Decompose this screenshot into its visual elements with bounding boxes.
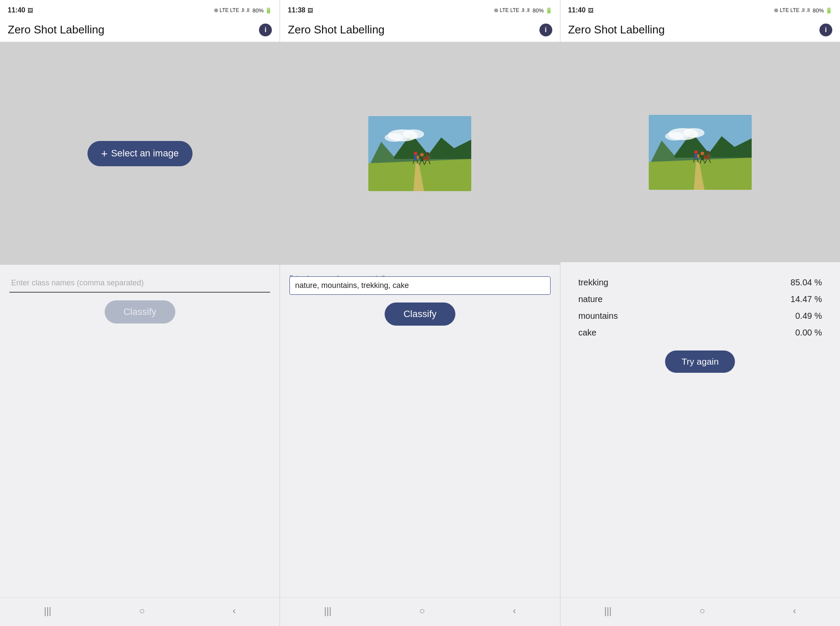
svg-point-4: [385, 133, 403, 142]
phone-screen-3: 11:40 🖼 ⊛ LTE LTE .ll .ll 80% 🔋 Zero Sho…: [560, 0, 840, 626]
bottom-area-1: Classify: [0, 265, 280, 328]
select-image-label: Select an image: [111, 148, 179, 159]
svg-point-41: [706, 151, 710, 154]
plus-icon: +: [101, 147, 108, 160]
svg-point-8: [414, 152, 417, 155]
info-button-1[interactable]: i: [259, 24, 272, 36]
nav-home-icon-3[interactable]: ○: [699, 605, 705, 617]
nav-menu-icon-2[interactable]: |||: [324, 605, 331, 617]
status-bar-1: 11:40 🖼 ⊛ LTE LTE .ll .ll 80% 🔋: [0, 0, 280, 19]
result-label-2: mountains: [578, 311, 618, 321]
status-left-2: 11:38 🖼: [288, 6, 313, 14]
status-left-3: 11:40 🖼: [568, 6, 593, 14]
nav-home-icon-1[interactable]: ○: [139, 605, 145, 617]
phones-container: 11:40 🖼 ⊛ LTE LTE .ll .ll 80% 🔋 Zero Sho…: [0, 0, 840, 626]
status-time-1: 11:40: [8, 6, 25, 14]
svg-point-27: [665, 132, 684, 141]
hiking-image-2: [368, 116, 471, 191]
phone-screen-1: 11:40 🖼 ⊛ LTE LTE .ll .ll 80% 🔋 Zero Sho…: [0, 0, 280, 626]
class-names-input-1[interactable]: [9, 274, 270, 293]
image-area-2: [280, 42, 560, 265]
nav-back-icon-2[interactable]: ‹: [513, 605, 516, 617]
try-again-label: Try again: [681, 356, 719, 366]
svg-rect-9: [414, 155, 417, 160]
svg-point-31: [694, 150, 698, 154]
result-row-3: cake 0.00 %: [578, 326, 822, 339]
svg-point-13: [420, 153, 424, 156]
svg-rect-35: [697, 154, 699, 158]
status-time-3: 11:40: [568, 6, 586, 14]
nav-back-icon-1[interactable]: ‹: [233, 605, 236, 617]
classify-label-1: Classify: [123, 306, 157, 317]
info-button-3[interactable]: i: [819, 24, 832, 36]
battery-2: 80% 🔋: [533, 7, 552, 14]
status-left-1: 11:40 🖼: [8, 6, 33, 14]
svg-rect-12: [417, 156, 419, 159]
nav-home-icon-2[interactable]: ○: [419, 605, 425, 617]
results-area: trekking 85.04 % nature 14.47 % mountain…: [570, 272, 831, 339]
camera-icon-1: 🖼: [27, 7, 33, 14]
status-bar-3: 11:40 🖼 ⊛ LTE LTE .ll .ll 80% 🔋: [560, 0, 840, 19]
bottom-area-2: Enter class names (comma separated) Clas…: [280, 265, 560, 330]
svg-point-5: [403, 129, 424, 139]
title-bar-2: Zero Shot Labelling i: [280, 19, 560, 42]
svg-point-28: [683, 128, 705, 138]
svg-point-36: [701, 152, 704, 155]
svg-rect-45: [709, 155, 711, 158]
svg-rect-19: [426, 156, 429, 161]
camera-icon-3: 🖼: [588, 7, 593, 14]
nav-bar-3: ||| ○ ‹: [560, 597, 840, 626]
status-right-1: ⊛ LTE LTE .ll .ll 80% 🔋: [214, 7, 272, 14]
battery-1: 80% 🔋: [253, 7, 272, 14]
status-bar-2: 11:38 🖼 ⊛ LTE LTE .ll .ll 80% 🔋: [280, 0, 560, 19]
signal-icon-1: ⊛ LTE LTE .ll .ll: [214, 7, 250, 13]
svg-rect-37: [701, 155, 704, 160]
bottom-area-3: trekking 85.04 % nature 14.47 % mountain…: [560, 262, 840, 377]
app-title-1: Zero Shot Labelling: [8, 23, 104, 36]
result-value-3: 0.00 %: [795, 328, 822, 338]
nav-bar-1: ||| ○ ‹: [0, 597, 280, 626]
nav-menu-icon-1[interactable]: |||: [44, 605, 51, 617]
result-label-0: trekking: [578, 278, 608, 288]
result-label-1: nature: [578, 294, 603, 304]
title-bar-3: Zero Shot Labelling i: [560, 19, 840, 42]
result-value-2: 0.49 %: [795, 311, 822, 321]
result-value-0: 85.04 %: [791, 278, 822, 288]
nav-menu-icon-3[interactable]: |||: [604, 605, 611, 617]
info-button-2[interactable]: i: [539, 24, 552, 36]
svg-rect-42: [707, 154, 709, 159]
nav-back-icon-3[interactable]: ‹: [793, 605, 796, 617]
result-row-2: mountains 0.49 %: [578, 309, 822, 323]
result-value-1: 14.47 %: [791, 294, 822, 304]
try-again-button[interactable]: Try again: [665, 350, 735, 373]
result-label-3: cake: [578, 328, 596, 338]
classify-button-2[interactable]: Classify: [385, 303, 455, 326]
classify-label-2: Classify: [403, 309, 437, 319]
svg-rect-40: [704, 156, 706, 159]
svg-point-18: [426, 152, 429, 156]
result-row-1: nature 14.47 %: [578, 293, 822, 306]
svg-rect-22: [429, 156, 431, 159]
svg-rect-17: [423, 157, 425, 160]
input-wrapper-2: Enter class names (comma separated): [289, 274, 550, 295]
app-title-3: Zero Shot Labelling: [568, 23, 665, 36]
title-bar-1: Zero Shot Labelling i: [0, 19, 280, 42]
signal-icon-3: ⊛ LTE LTE .ll .ll: [774, 7, 810, 13]
camera-icon-2: 🖼: [307, 7, 313, 14]
hiking-image-3: [649, 115, 752, 190]
svg-rect-14: [421, 156, 423, 162]
nav-bar-2: ||| ○ ‹: [280, 597, 560, 626]
status-right-2: ⊛ LTE LTE .ll .ll 80% 🔋: [494, 7, 552, 14]
status-right-3: ⊛ LTE LTE .ll .ll 80% 🔋: [774, 7, 832, 14]
class-names-input-2[interactable]: [289, 276, 550, 295]
classify-button-1[interactable]: Classify: [105, 300, 175, 323]
select-image-button[interactable]: + Select an image: [87, 141, 193, 166]
image-area-3: [560, 42, 840, 262]
battery-3: 80% 🔋: [813, 7, 832, 14]
phone-screen-2: 11:38 🖼 ⊛ LTE LTE .ll .ll 80% 🔋 Zero Sho…: [280, 0, 560, 626]
image-area-1[interactable]: + Select an image: [0, 42, 280, 265]
app-title-2: Zero Shot Labelling: [288, 23, 384, 36]
signal-icon-2: ⊛ LTE LTE .ll .ll: [494, 7, 530, 13]
result-row-0: trekking 85.04 %: [578, 276, 822, 289]
status-time-2: 11:38: [288, 6, 305, 14]
